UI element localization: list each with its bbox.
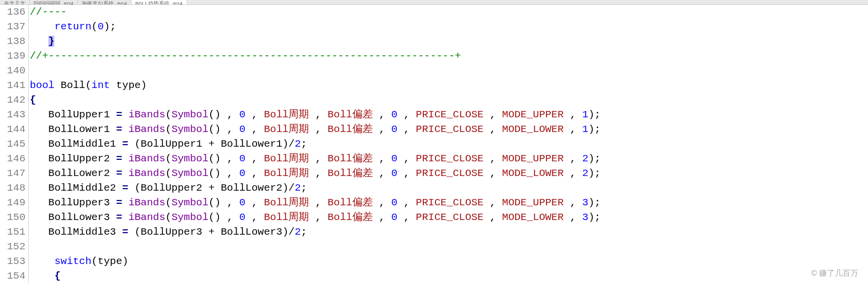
tab-4[interactable]: BOLL趋势系统.mq4 — [131, 0, 187, 4]
code-line[interactable] — [29, 64, 868, 78]
keyword-return: return — [54, 21, 91, 32]
operator-assign: = — [116, 212, 122, 223]
func-ibands: iBands — [122, 197, 165, 208]
func-ibands: iBands — [122, 109, 165, 120]
function-name: Boll — [54, 80, 85, 91]
separator: , — [483, 124, 502, 135]
separator: , — [221, 197, 239, 208]
parameter: type) — [110, 80, 147, 91]
line-number: 148 — [0, 181, 25, 196]
code-line[interactable]: switch(type) — [29, 254, 868, 269]
line-number: 150 — [0, 210, 25, 225]
tab-1[interactable]: 金文几文 — [0, 0, 30, 4]
line-number-gutter: 136 137 138 139 140 141 142 143 144 145 … — [0, 5, 28, 284]
number-literal: 0 — [391, 168, 397, 179]
separator: , — [373, 168, 391, 179]
code-editor[interactable]: 136 137 138 139 140 141 142 143 144 145 … — [0, 5, 868, 284]
identifier: BollMiddle1 — [30, 138, 122, 150]
code-area[interactable]: //---- return(0); } //+-----------------… — [28, 5, 868, 284]
number-literal: 0 — [239, 212, 246, 223]
brace-open: { — [30, 94, 36, 106]
boll-dev: Boll偏差 — [327, 168, 372, 179]
separator: , — [221, 212, 239, 223]
line-number: 154 — [0, 269, 25, 284]
separator: , — [373, 109, 391, 120]
code-line[interactable]: BollUpper2 = iBands(Symbol() , 0 , Boll周… — [29, 152, 868, 166]
code-line[interactable]: BollMiddle1 = (BollUpper1 + BollLower1)/… — [29, 137, 868, 152]
separator: , — [309, 197, 327, 208]
separator: , — [245, 212, 264, 223]
line-number: 140 — [0, 64, 25, 78]
number-literal: 0 — [391, 124, 397, 135]
operator-assign: = — [122, 226, 129, 238]
expression: (BollUpper3 + BollLower3)/ — [129, 226, 295, 238]
semicolon: ; — [301, 226, 307, 238]
separator: , — [221, 124, 239, 135]
identifier: BollMiddle3 — [30, 226, 122, 238]
separator: , — [221, 153, 239, 164]
identifier: BollLower1 — [30, 124, 116, 135]
separator: , — [373, 212, 391, 223]
separator: , — [373, 197, 391, 208]
expression: (BollUpper2 + BollLower2)/ — [129, 182, 295, 194]
number-literal: 0 — [239, 197, 246, 208]
identifier: BollLower3 — [30, 212, 116, 223]
code-line[interactable]: } — [29, 34, 868, 49]
line-number: 153 — [0, 254, 25, 269]
separator: , — [483, 212, 502, 223]
const-price-close: PRICE_CLOSE — [416, 197, 484, 208]
const-price-close: PRICE_CLOSE — [416, 109, 484, 120]
code-line[interactable]: BollMiddle2 = (BollUpper2 + BollLower2)/… — [29, 181, 868, 196]
separator: , — [397, 197, 416, 208]
number-literal: 2 — [295, 138, 301, 150]
code-line[interactable]: bool Boll(int type) — [29, 78, 868, 93]
code-line[interactable]: { — [29, 269, 868, 284]
line-number: 141 — [0, 78, 25, 93]
const-mode-lower: MODE_LOWER — [502, 168, 564, 179]
separator: , — [483, 168, 502, 179]
separator: , — [397, 109, 416, 120]
func-symbol: Symbol — [172, 109, 209, 120]
line-number: 151 — [0, 225, 25, 240]
line-number: 144 — [0, 122, 25, 137]
code-line[interactable]: BollLower2 = iBands(Symbol() , 0 , Boll周… — [29, 166, 868, 181]
separator: , — [483, 197, 502, 208]
code-line[interactable]: { — [29, 93, 868, 108]
separator: , — [397, 153, 416, 164]
const-mode-upper: MODE_UPPER — [502, 197, 564, 208]
code-line[interactable]: return(0); — [29, 20, 868, 34]
identifier: BollUpper1 — [30, 109, 116, 120]
code-line[interactable]: BollUpper1 = iBands(Symbol() , 0 , Boll周… — [29, 108, 868, 122]
code-line[interactable]: BollUpper3 = iBands(Symbol() , 0 , Boll周… — [29, 196, 868, 210]
separator: , — [397, 212, 416, 223]
code-line[interactable] — [29, 240, 868, 254]
separator: , — [309, 153, 327, 164]
brace-highlighted: } — [48, 36, 55, 47]
code-line[interactable]: BollLower3 = iBands(Symbol() , 0 , Boll周… — [29, 210, 868, 225]
tab-3[interactable]: 海电支勾系统.mq4 — [78, 0, 131, 4]
separator: , — [483, 109, 502, 120]
line-number: 145 — [0, 137, 25, 152]
number-literal: 1 — [582, 109, 588, 120]
func-ibands: iBands — [122, 124, 165, 135]
code-line[interactable]: BollMiddle3 = (BollUpper3 + BollLower3)/… — [29, 225, 868, 240]
separator: , — [564, 153, 582, 164]
code-line[interactable]: BollLower1 = iBands(Symbol() , 0 , Boll周… — [29, 122, 868, 137]
boll-dev: Boll偏差 — [327, 109, 372, 120]
separator: , — [245, 197, 264, 208]
operator-assign: = — [122, 182, 129, 194]
separator: , — [309, 124, 327, 135]
separator: , — [221, 168, 239, 179]
tab-bar: 金文几文 吗吗吗呵呵.mq4 海电支勾系统.mq4 BOLL趋势系统.mq4 — [0, 0, 868, 5]
number-literal: 0 — [391, 197, 397, 208]
const-price-close: PRICE_CLOSE — [416, 124, 484, 135]
tab-2[interactable]: 吗吗吗呵呵.mq4 — [30, 0, 78, 4]
number-literal: 0 — [239, 168, 246, 179]
code-line[interactable]: //---- — [29, 5, 868, 20]
separator: , — [245, 168, 264, 179]
line-end: ); — [588, 153, 601, 164]
number-literal: 0 — [391, 109, 397, 120]
code-line[interactable]: //+-------------------------------------… — [29, 49, 868, 64]
comment: //---- — [30, 6, 67, 18]
line-number: 147 — [0, 166, 25, 181]
